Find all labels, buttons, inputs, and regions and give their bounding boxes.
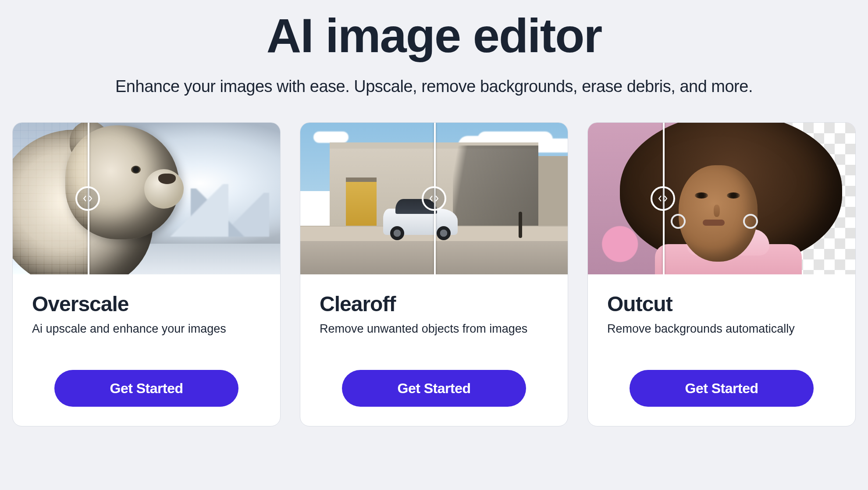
feature-cards-row: Overscale Ai upscale and enhance your im… <box>9 122 859 426</box>
card-image-clearoff <box>300 123 568 274</box>
page-title: AI image editor <box>9 9 859 62</box>
feature-card-clearoff: Clearoff Remove unwanted objects from im… <box>300 122 568 426</box>
card-title: Overscale <box>32 292 261 316</box>
compare-slider-handle-icon[interactable] <box>651 186 675 211</box>
page-subtitle: Enhance your images with ease. Upscale, … <box>9 77 859 96</box>
card-description: Remove unwanted objects from images <box>320 322 548 336</box>
card-image-overscale <box>13 123 280 274</box>
compare-slider-handle-icon[interactable] <box>75 186 100 211</box>
feature-card-outcut: Outcut Remove backgrounds automatically … <box>587 122 856 426</box>
feature-card-overscale: Overscale Ai upscale and enhance your im… <box>12 122 281 426</box>
card-description: Remove backgrounds automatically <box>607 322 836 336</box>
card-title: Clearoff <box>320 292 548 316</box>
card-title: Outcut <box>607 292 836 316</box>
get-started-button[interactable]: Get Started <box>342 370 526 407</box>
get-started-button[interactable]: Get Started <box>630 370 814 407</box>
card-image-outcut <box>588 123 855 274</box>
compare-slider-handle-icon[interactable] <box>422 186 446 211</box>
get-started-button[interactable]: Get Started <box>54 370 238 407</box>
card-description: Ai upscale and enhance your images <box>32 322 261 336</box>
